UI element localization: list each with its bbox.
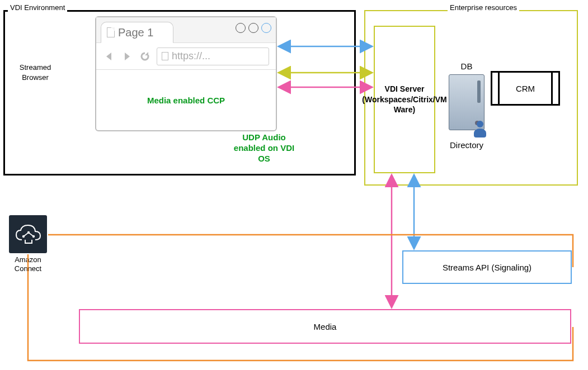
crm-label: CRM: [516, 84, 535, 93]
address-bar-placeholder: https://...: [172, 50, 210, 62]
window-control-icon[interactable]: [248, 23, 258, 33]
media-label: Media: [314, 322, 337, 331]
address-bar[interactable]: https://...: [157, 48, 269, 65]
udp-audio-note: UDP Audio enabled on VDI OS: [228, 132, 300, 164]
streams-api-label: Streams API (Signaling): [443, 263, 531, 272]
vdi-server-label: VDI Server (Workspaces/Citrix/VM Ware): [362, 84, 446, 116]
media-enabled-ccp-text: Media enabled CCP: [147, 96, 225, 105]
window-control-icon[interactable]: [261, 23, 271, 33]
forward-icon[interactable]: [121, 50, 133, 63]
server-tower-icon: [449, 74, 484, 130]
vdi-environment-title: VDI Environment: [8, 3, 67, 12]
streams-api-box: Streams API (Signaling): [402, 250, 572, 284]
vdi-server-box: VDI Server (Workspaces/Citrix/VM Ware): [374, 26, 435, 173]
directory-label: Directory: [442, 140, 491, 150]
streamed-browser-mockup: Page 1 https://... Media enabled CCP: [95, 16, 277, 131]
enterprise-resources-title: Enterprise resources: [448, 3, 519, 12]
reload-icon[interactable]: [139, 50, 151, 63]
browser-tab[interactable]: Page 1: [101, 22, 173, 43]
amazon-connect-icon: [9, 215, 47, 253]
back-icon[interactable]: [103, 50, 115, 63]
crm-box: CRM: [491, 71, 560, 106]
browser-tab-label: Page 1: [118, 26, 153, 39]
window-control-icon[interactable]: [236, 23, 246, 33]
db-directory-group: DB Directory: [442, 61, 491, 150]
db-label: DB: [442, 61, 491, 71]
amazon-connect-label: Amazon Connect: [7, 255, 49, 273]
browser-toolbar: https://...: [96, 43, 276, 70]
browser-tabbar: Page 1: [96, 17, 276, 43]
person-icon: [473, 121, 487, 137]
media-box: Media: [79, 309, 571, 344]
page-icon: [107, 27, 115, 37]
streamed-browser-label: Streamed Browser: [13, 63, 58, 82]
page-icon: [162, 52, 168, 60]
